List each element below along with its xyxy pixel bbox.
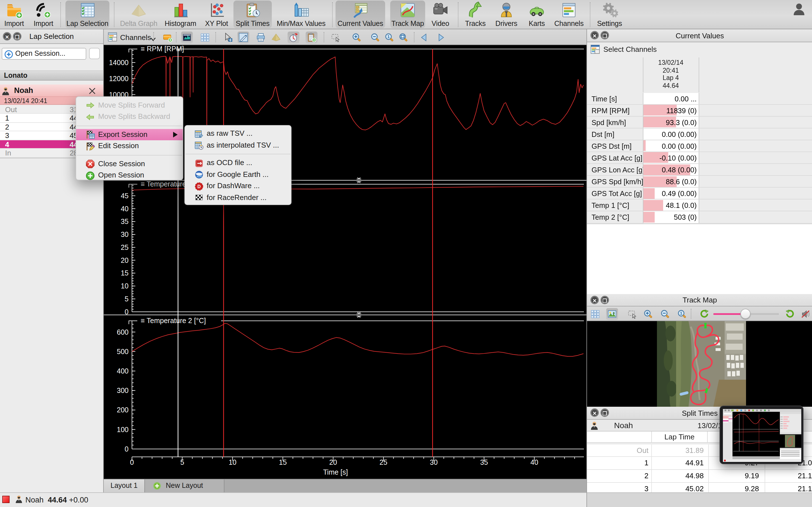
svg-text:15: 15 (121, 269, 129, 277)
svg-text:15: 15 (279, 458, 287, 466)
svg-text:500: 500 (117, 348, 129, 355)
svg-text:5: 5 (180, 458, 184, 466)
svg-text:D: D (197, 184, 200, 189)
svg-text:20: 20 (329, 458, 337, 466)
svg-text:20: 20 (121, 256, 129, 264)
svg-text:200: 200 (117, 406, 129, 414)
svg-text:25: 25 (379, 458, 388, 466)
svg-text:10: 10 (121, 282, 129, 290)
svg-text:300: 300 (117, 386, 129, 394)
svg-text:400: 400 (117, 367, 129, 375)
svg-text:14000: 14000 (109, 59, 129, 66)
svg-text:5: 5 (124, 295, 129, 303)
svg-text:12000: 12000 (109, 75, 129, 82)
svg-text:Time [s]: Time [s] (323, 468, 348, 476)
svg-text:25: 25 (121, 243, 129, 251)
svg-text:1: 1 (388, 34, 390, 39)
svg-text:40: 40 (530, 458, 538, 466)
svg-text:100: 100 (117, 426, 129, 434)
svg-text:40: 40 (121, 205, 129, 213)
svg-text:10: 10 (229, 458, 237, 466)
svg-text:0: 0 (124, 308, 129, 316)
svg-text:600: 600 (117, 328, 129, 336)
svg-text:1: 1 (680, 311, 682, 315)
svg-text:45: 45 (121, 192, 129, 200)
svg-text:30: 30 (430, 458, 438, 466)
svg-text:35: 35 (121, 217, 129, 225)
svg-text:0: 0 (130, 458, 134, 466)
svg-text:35: 35 (480, 458, 488, 466)
svg-text:≡ Temperature 2 [°C]: ≡ Temperature 2 [°C] (141, 317, 206, 325)
svg-text:0: 0 (124, 445, 129, 453)
svg-text:30: 30 (121, 230, 129, 238)
